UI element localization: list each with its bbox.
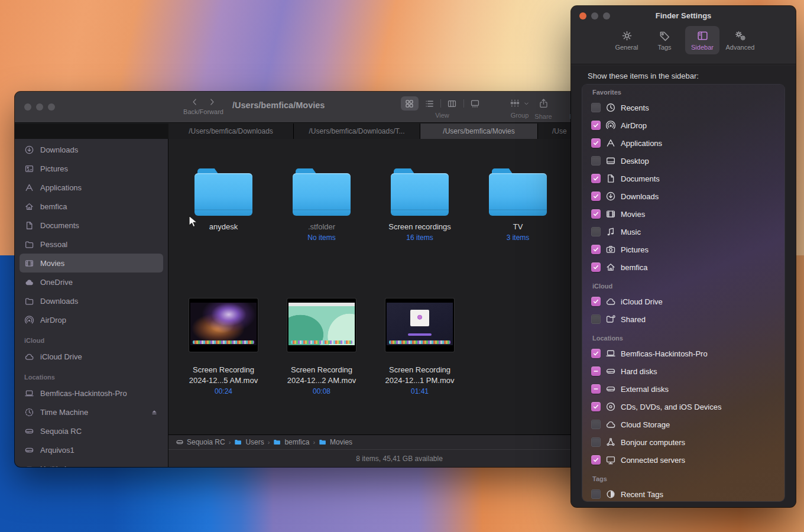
sidebar-section-header: Locations xyxy=(15,371,168,384)
checkbox-unchecked[interactable] xyxy=(591,314,601,324)
folder-item[interactable]: anydesk xyxy=(174,168,273,243)
checkbox-checked[interactable] xyxy=(591,174,601,183)
share-button[interactable]: Share xyxy=(530,96,556,120)
folder-icon xyxy=(194,168,252,216)
minimize-button[interactable] xyxy=(591,12,598,20)
back-icon[interactable] xyxy=(190,98,199,106)
finder-tab[interactable]: /Users/bemfica/Downloads/T... xyxy=(294,124,420,139)
breadcrumb-item[interactable]: Sequoia RC xyxy=(176,438,225,446)
checkbox-checked[interactable] xyxy=(591,349,601,358)
checkbox-unchecked[interactable] xyxy=(591,227,601,236)
checkbox-checked[interactable] xyxy=(591,245,601,254)
view-list-button[interactable] xyxy=(421,96,439,111)
sidebar-item-label: Downloads xyxy=(40,297,78,306)
video-item[interactable]: Screen Recording2024-12...2 AM.mov00:08 xyxy=(273,299,371,395)
folder-icon-body xyxy=(391,173,449,216)
forward-icon[interactable] xyxy=(208,98,216,106)
home-icon xyxy=(24,202,34,212)
view-gallery-button[interactable] xyxy=(466,96,484,111)
harddisk-icon xyxy=(24,426,34,436)
sidebar-item-pictures[interactable]: Pictures xyxy=(20,159,163,178)
sidebar-item-sequoia-rc[interactable]: Sequoia RC xyxy=(20,421,163,440)
finder-tab[interactable]: /Users/bemfica/Downloads xyxy=(168,124,294,139)
settings-tab-general[interactable]: General xyxy=(610,26,644,54)
breadcrumb-separator: › xyxy=(229,439,231,446)
folder-icon-body xyxy=(194,173,252,216)
video-name-line1: Screen Recording xyxy=(291,365,352,375)
checkbox-unchecked[interactable] xyxy=(591,437,601,447)
sidebar-item-onedrive[interactable]: OneDrive xyxy=(20,273,163,291)
sidebar-item-airdrop[interactable]: AirDrop xyxy=(20,310,163,329)
sidebar-item-applications[interactable]: Applications xyxy=(20,178,163,197)
checkbox-checked[interactable] xyxy=(591,455,601,465)
zoom-button[interactable] xyxy=(603,12,610,20)
settings-item: iCloud Drive xyxy=(582,293,784,310)
sidebar-item-icloud-drive[interactable]: iCloud Drive xyxy=(20,347,163,366)
breadcrumb-item[interactable]: Users xyxy=(234,438,264,446)
close-button[interactable] xyxy=(579,12,586,20)
video-item[interactable]: Screen Recording2024-12...5 AM.mov00:24 xyxy=(174,299,273,395)
settings-item-label: Shared xyxy=(621,315,646,324)
checkbox-unchecked[interactable] xyxy=(591,103,601,112)
video-duration: 01:41 xyxy=(411,387,429,395)
folder-icon-body xyxy=(293,173,351,216)
checkbox-checked[interactable] xyxy=(591,121,601,130)
checkbox-checked[interactable] xyxy=(591,297,601,306)
geardouble-icon xyxy=(734,30,747,42)
view-grid-button[interactable] xyxy=(401,96,419,111)
tag-icon xyxy=(659,30,671,42)
settings-item-label: Pictures xyxy=(621,245,649,254)
sidebar-item-bemfica[interactable]: bemfica xyxy=(20,197,163,216)
folder-item-count: No items xyxy=(307,233,335,243)
close-button[interactable] xyxy=(24,103,31,111)
cloud-icon xyxy=(605,296,616,307)
checkbox-checked[interactable] xyxy=(591,138,601,148)
appstore-icon xyxy=(605,138,616,148)
folder-item[interactable]: .stfolderNo items xyxy=(273,168,371,243)
zoom-button[interactable] xyxy=(48,103,55,111)
breadcrumb-label: Users xyxy=(245,438,264,446)
sidebar-item-label: Time Machine xyxy=(40,408,88,417)
finder-tab-label: /Use xyxy=(552,127,567,135)
settings-tab-sidebar[interactable]: Sidebar xyxy=(685,26,719,54)
sidebar-item-bemficas-hackintosh-pro[interactable]: Bemficas-Hackintosh-Pro xyxy=(20,384,163,403)
breadcrumb-item[interactable]: Movies xyxy=(319,438,352,446)
settings-item-label: Downloads xyxy=(621,192,659,201)
checkbox-checked[interactable] xyxy=(591,262,601,272)
grid-view-icon xyxy=(404,99,414,109)
sidebar-item-label: Downloads xyxy=(40,145,78,154)
checkbox-unchecked[interactable] xyxy=(591,156,601,166)
settings-tab-advanced[interactable]: Advanced xyxy=(723,26,757,54)
checkbox-checked[interactable] xyxy=(591,402,601,411)
folder-item[interactable]: Screen recordings16 items xyxy=(371,168,469,243)
finder-tab[interactable]: /Users/bemfica/Movies xyxy=(420,124,538,139)
video-item[interactable]: Screen Recording2024-12...1 PM.mov01:41 xyxy=(371,299,469,395)
breadcrumb-item[interactable]: bemfica xyxy=(273,438,309,446)
folder-item[interactable]: TV3 items xyxy=(469,168,567,243)
sidebar-item-time-machine[interactable]: Time Machine xyxy=(20,403,163,421)
appstore-icon xyxy=(24,183,34,193)
back-forward-group: Back/Forward xyxy=(183,98,224,115)
folder-icon xyxy=(24,239,34,249)
finder-tab-label: /Users/bemfica/Downloads xyxy=(189,127,273,135)
settings-tab-tags[interactable]: Tags xyxy=(647,26,682,54)
checkbox-unchecked[interactable] xyxy=(591,489,601,499)
sidebar-item-downloads[interactable]: Downloads xyxy=(20,140,163,159)
sidebar-item-pessoal[interactable]: Pessoal xyxy=(20,235,163,254)
sidebar-item-untitled[interactable]: Untitled xyxy=(20,459,163,467)
columns-view-icon xyxy=(447,99,457,109)
checkbox-mixed[interactable] xyxy=(591,384,601,394)
minimize-button[interactable] xyxy=(36,103,43,111)
checkbox-mixed[interactable] xyxy=(591,366,601,376)
sidebar-item-documents[interactable]: Documents xyxy=(20,216,163,235)
sidebar-item-movies[interactable]: Movies xyxy=(20,254,163,273)
settings-item-label: Documents xyxy=(621,174,660,183)
checkbox-checked[interactable] xyxy=(591,209,601,219)
view-columns-button[interactable] xyxy=(443,96,461,111)
sidebar-item-label: Sequoia RC xyxy=(40,427,82,436)
checkbox-checked[interactable] xyxy=(591,192,601,201)
sidebar-item-arquivos1[interactable]: Arquivos1 xyxy=(20,440,163,459)
sidebar-item-downloads[interactable]: Downloads xyxy=(20,291,163,310)
checkbox-unchecked[interactable] xyxy=(591,420,601,429)
settings-item: bemfica xyxy=(582,258,784,276)
